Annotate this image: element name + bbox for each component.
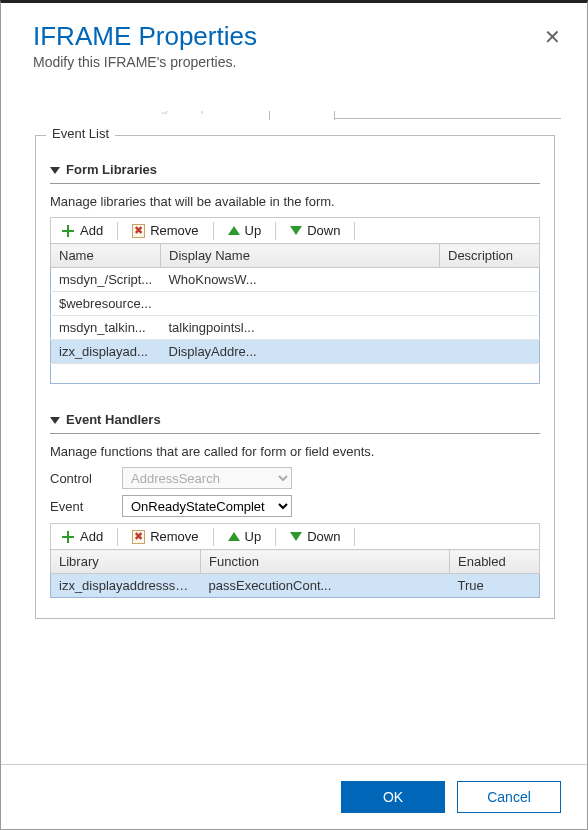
up-label: Up <box>245 223 262 238</box>
table-cell: talkingpointsl... <box>161 316 440 340</box>
table-cell: $webresource... <box>51 292 161 316</box>
table-cell <box>440 268 540 292</box>
event-handlers-hint: Manage functions that are called for for… <box>50 444 540 459</box>
arrow-up-icon <box>228 532 240 541</box>
section-title: Form Libraries <box>66 162 157 177</box>
control-label: Control <box>50 471 110 486</box>
table-cell: msdyn_/Script... <box>51 268 161 292</box>
add-icon <box>61 224 75 238</box>
event-row: Event OnReadyStateComplet <box>50 495 540 517</box>
toolbar-separator <box>117 528 118 546</box>
remove-label: Remove <box>150 529 198 544</box>
add-label: Add <box>80 223 103 238</box>
event-select[interactable]: OnReadyStateComplet <box>122 495 292 517</box>
table-cell: True <box>450 574 540 598</box>
add-button[interactable]: Add <box>55 221 109 240</box>
cancel-button[interactable]: Cancel <box>457 781 561 813</box>
section-event-handlers[interactable]: Event Handlers <box>50 406 540 434</box>
col-function[interactable]: Function <box>201 550 450 574</box>
col-description[interactable]: Description <box>440 244 540 268</box>
col-library[interactable]: Library <box>51 550 201 574</box>
table-cell: passExecutionCont... <box>201 574 450 598</box>
dialog-title: IFRAME Properties <box>33 21 555 52</box>
toolbar-separator <box>275 222 276 240</box>
table-cell <box>161 292 440 316</box>
down-button[interactable]: Down <box>284 527 346 546</box>
col-name[interactable]: Name <box>51 244 161 268</box>
dialog-subtitle: Modify this IFRAME's properties. <box>33 54 555 70</box>
arrow-down-icon <box>290 226 302 235</box>
toolbar-separator <box>213 222 214 240</box>
table-row <box>51 364 540 384</box>
form-libraries-hint: Manage libraries that will be available … <box>50 194 540 209</box>
table-cell: msdyn_talkin... <box>51 316 161 340</box>
toolbar-separator <box>354 528 355 546</box>
remove-icon <box>132 530 145 544</box>
table-row[interactable]: msdyn_talkin...talkingpointsl... <box>51 316 540 340</box>
toolbar-separator <box>213 528 214 546</box>
event-list-fieldset: Event List Form Libraries Manage librari… <box>35 135 555 619</box>
dialog-footer: OK Cancel <box>1 764 587 829</box>
col-enabled[interactable]: Enabled <box>450 550 540 574</box>
fieldset-legend: Event List <box>46 126 115 141</box>
control-row: Control AddressSearch <box>50 467 540 489</box>
dialog-body: General Formatting Dependencies Events E… <box>33 110 567 752</box>
toolbar-separator <box>275 528 276 546</box>
dialog-header: IFRAME Properties Modify this IFRAME's p… <box>1 3 587 80</box>
table-cell: izx_displayaddresssd... <box>51 574 201 598</box>
tab-dependencies[interactable]: Dependencies <box>171 111 269 120</box>
ok-button[interactable]: OK <box>341 781 445 813</box>
add-icon <box>61 530 75 544</box>
table-row[interactable]: izx_displayaddresssd...passExecutionCont… <box>51 574 540 598</box>
table-row[interactable]: izx_displayad...DisplayAddre... <box>51 340 540 364</box>
collapse-icon <box>50 417 60 424</box>
event-handlers-toolbar: Add Remove Up Down <box>50 523 540 549</box>
event-label: Event <box>50 499 110 514</box>
remove-icon <box>132 224 145 238</box>
control-select[interactable]: AddressSearch <box>122 467 292 489</box>
remove-label: Remove <box>150 223 198 238</box>
close-icon[interactable]: ✕ <box>544 25 561 49</box>
arrow-down-icon <box>290 532 302 541</box>
table-cell: DisplayAddre... <box>161 340 440 364</box>
table-cell: WhoKnowsW... <box>161 268 440 292</box>
tab-strip: General Formatting Dependencies Events <box>33 111 561 119</box>
event-handlers-table[interactable]: Library Function Enabled izx_displayaddr… <box>50 549 540 598</box>
table-row[interactable]: msdyn_/Script...WhoKnowsW... <box>51 268 540 292</box>
tab-formatting[interactable]: Formatting <box>93 111 171 120</box>
table-cell: izx_displayad... <box>51 340 161 364</box>
col-display[interactable]: Display Name <box>161 244 440 268</box>
remove-button[interactable]: Remove <box>126 527 204 546</box>
table-cell <box>440 292 540 316</box>
down-label: Down <box>307 529 340 544</box>
add-label: Add <box>80 529 103 544</box>
table-cell <box>440 340 540 364</box>
table-cell <box>440 316 540 340</box>
section-title: Event Handlers <box>66 412 161 427</box>
up-button[interactable]: Up <box>222 527 268 546</box>
tab-events[interactable]: Events <box>269 111 335 120</box>
scroll-area[interactable]: General Formatting Dependencies Events E… <box>33 111 567 752</box>
table-row[interactable]: $webresource... <box>51 292 540 316</box>
form-libraries-toolbar: Add Remove Up Down <box>50 217 540 243</box>
down-button[interactable]: Down <box>284 221 346 240</box>
section-form-libraries[interactable]: Form Libraries <box>50 156 540 184</box>
remove-button[interactable]: Remove <box>126 221 204 240</box>
collapse-icon <box>50 167 60 174</box>
tab-general[interactable]: General <box>33 111 93 120</box>
form-libraries-table[interactable]: Name Display Name Description msdyn_/Scr… <box>50 243 540 384</box>
up-button[interactable]: Up <box>222 221 268 240</box>
up-label: Up <box>245 529 262 544</box>
dialog-iframe-properties: IFRAME Properties Modify this IFRAME's p… <box>0 0 588 830</box>
toolbar-separator <box>354 222 355 240</box>
down-label: Down <box>307 223 340 238</box>
arrow-up-icon <box>228 226 240 235</box>
toolbar-separator <box>117 222 118 240</box>
add-button[interactable]: Add <box>55 527 109 546</box>
